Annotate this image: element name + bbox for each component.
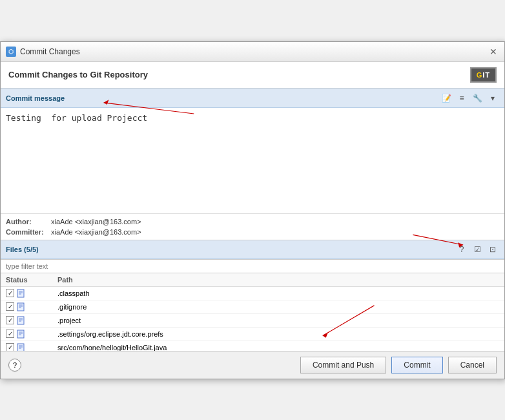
file-checkbox-0[interactable]: ✓	[6, 289, 14, 297]
svg-rect-6	[17, 289, 24, 297]
dialog-header: Commit Changes to Git Repository GIT	[1, 62, 504, 89]
file-icon-2	[17, 316, 26, 325]
svg-rect-14	[17, 317, 24, 324]
title-bar: ⬡ Commit Changes ✕	[1, 42, 504, 62]
commit-message-tools: 📝 ≡ 🔧 ▾	[440, 92, 499, 105]
svg-rect-10	[17, 303, 24, 311]
files-check-button[interactable]: ☑	[471, 243, 484, 256]
files-list-container[interactable]: Status Path ✓ .classpa	[1, 273, 504, 351]
commit-message-area: Testing for upload Projecct	[1, 108, 504, 213]
files-table: Status Path ✓ .classpa	[1, 273, 504, 351]
commit-message-header: Commit message 📝 ≡ 🔧 ▾	[1, 89, 504, 108]
dialog-icon: ⬡	[6, 47, 16, 57]
path-cell: .settings/org.eclipse.jdt.core.prefs	[52, 327, 504, 341]
author-row: Author: xiaAde <xiaxjian@163.com>	[6, 216, 499, 227]
dropdown-button[interactable]: ▾	[486, 92, 499, 105]
committer-value: xiaAde <xiaxjian@163.com>	[51, 228, 141, 236]
file-icon-3	[17, 330, 26, 339]
table-row[interactable]: ✓ .project	[1, 313, 504, 327]
status-cell: ✓	[1, 327, 52, 341]
footer-left: ?	[8, 359, 21, 372]
spell-check-button[interactable]: 📝	[440, 92, 453, 105]
files-collapse-button[interactable]: ⊡	[486, 243, 499, 256]
commit-message-section: Commit message 📝 ≡ 🔧 ▾ Testing for uploa…	[1, 89, 504, 213]
git-logo: GIT	[470, 67, 497, 83]
status-cell: ✓	[1, 313, 52, 327]
committer-row: Committer: xiaAde <xiaxjian@163.com>	[6, 227, 499, 237]
commit-and-push-button[interactable]: Commit and Push	[300, 357, 386, 373]
table-row[interactable]: ✓ .settings/org.eclipse.jdt.core.prefs	[1, 327, 504, 341]
status-cell: ✓	[1, 300, 52, 313]
help-button[interactable]: ?	[8, 359, 21, 372]
file-icon-4	[17, 343, 26, 351]
dialog-footer: ? Commit and Push Commit Cancel	[1, 351, 504, 379]
status-cell: ✓	[1, 341, 52, 351]
dialog-title: Commit Changes to Git Repository	[8, 70, 148, 79]
title-bar-left: ⬡ Commit Changes	[6, 47, 80, 57]
files-tools: ? ☑ ⊡	[455, 243, 499, 256]
main-content: Commit message 📝 ≡ 🔧 ▾ Testing for uploa…	[1, 89, 504, 351]
path-cell: .classpath	[52, 286, 504, 300]
commit-dialog: ⬡ Commit Changes ✕ Commit Changes to Git…	[0, 41, 505, 379]
file-icon-1	[17, 302, 26, 311]
files-section: Files (5/5) ? ☑ ⊡ Status Path	[1, 240, 504, 351]
footer-buttons: Commit and Push Commit Cancel	[300, 357, 497, 373]
commit-message-input[interactable]: Testing for upload Projecct	[1, 108, 504, 211]
table-row[interactable]: ✓ .gitignore	[1, 300, 504, 313]
file-checkbox-3[interactable]: ✓	[6, 330, 14, 338]
path-cell: src/com/hone/hellogit/HelloGit.java	[52, 341, 504, 351]
author-value: xiaAde <xiaxjian@163.com>	[51, 218, 141, 226]
commit-message-title: Commit message	[6, 94, 65, 102]
status-column-header: Status	[1, 273, 52, 287]
cancel-button[interactable]: Cancel	[448, 357, 497, 373]
file-checkbox-2[interactable]: ✓	[6, 316, 14, 324]
files-help-button[interactable]: ?	[455, 243, 468, 256]
close-button[interactable]: ✕	[488, 46, 499, 58]
add-signed-off-button[interactable]: 🔧	[471, 92, 484, 105]
svg-rect-22	[17, 344, 24, 351]
table-row[interactable]: ✓ src/com/hone/hellogit/HelloGit.java	[1, 341, 504, 351]
author-section: Author: xiaAde <xiaxjian@163.com> Commit…	[1, 213, 504, 240]
window-title: Commit Changes	[20, 47, 80, 56]
filter-input[interactable]	[1, 259, 504, 273]
table-row[interactable]: ✓ .classpath	[1, 286, 504, 300]
path-cell: .project	[52, 313, 504, 327]
status-cell: ✓	[1, 286, 52, 300]
author-label: Author:	[6, 218, 51, 226]
file-checkbox-4[interactable]: ✓	[6, 343, 14, 351]
path-column-header: Path	[52, 273, 504, 287]
files-header: Files (5/5) ? ☑ ⊡	[1, 240, 504, 259]
path-cell: .gitignore	[52, 300, 504, 313]
file-checkbox-1[interactable]: ✓	[6, 302, 14, 311]
committer-label: Committer:	[6, 228, 51, 236]
file-icon-0	[17, 289, 26, 298]
filter-button[interactable]: ≡	[455, 92, 468, 105]
svg-rect-18	[17, 330, 24, 338]
commit-button[interactable]: Commit	[391, 357, 442, 373]
files-title: Files (5/5)	[6, 246, 39, 253]
